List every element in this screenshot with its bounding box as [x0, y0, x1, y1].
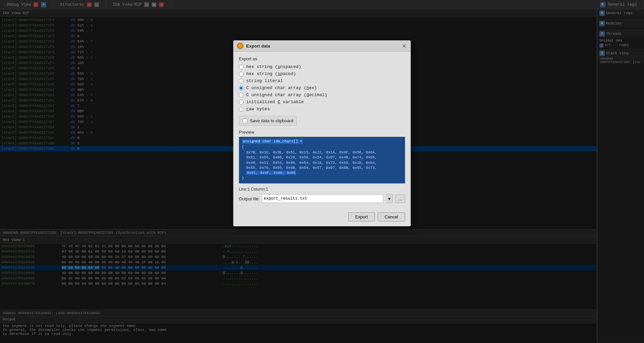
line-col-info: Line:1 Column:1 [239, 187, 405, 192]
radio-hex-unspaced[interactable] [239, 65, 244, 69]
radio-c-decimal[interactable] [239, 93, 244, 97]
radio-string-literal[interactable] [239, 79, 244, 83]
export-dialog: 🔶 Export data ✕ Export as hex string (un… [233, 40, 411, 226]
preview-first-line: unsigned char ida_chars[] = [242, 139, 303, 144]
radio-label-hex-spaced: hex string (spaced) [246, 71, 296, 76]
cancel-button[interactable]: Cancel [378, 212, 405, 221]
output-file-input[interactable] [261, 194, 383, 203]
radio-label-c-hex: C unsigned char array (hex) [246, 85, 317, 90]
radio-c-hex[interactable] [239, 86, 244, 90]
output-file-browse-button[interactable]: ... [395, 194, 405, 203]
save-clipboard-row[interactable]: Save data to clipboard [239, 116, 297, 126]
radio-item-string-literal[interactable]: string literal [239, 78, 405, 84]
radio-raw-bytes[interactable] [239, 107, 244, 112]
output-file-label: Output file [239, 196, 259, 201]
dialog-body: Export as hex string (unspaced) hex stri… [233, 52, 411, 212]
preview-content: { 0x7B, 0x1D, 0x3E, 0x51, 0x15, 0x22, 0x… [242, 145, 402, 181]
radio-item-hex-spaced[interactable]: hex string (spaced) [239, 71, 405, 77]
dialog-close-button[interactable]: ✕ [400, 43, 407, 49]
export-button[interactable]: Export [348, 212, 375, 221]
radio-item-raw-bytes[interactable]: raw bytes [239, 106, 405, 112]
preview-area: unsigned char ida_chars[] = { 0x7B, 0x1D… [239, 137, 405, 184]
dialog-footer: Export Cancel [233, 212, 411, 226]
preview-label: Preview [239, 130, 405, 135]
radio-item-hex-unspaced[interactable]: hex string (unspaced) [239, 64, 405, 70]
radio-label-initialized-c: initialized C variable [246, 99, 304, 105]
save-clipboard-checkbox[interactable] [243, 119, 247, 123]
radio-item-c-hex[interactable]: C unsigned char array (hex) [239, 85, 405, 91]
save-clipboard-label: Save data to clipboard [250, 118, 293, 123]
output-file-dropdown[interactable]: ▼ [386, 194, 393, 203]
export-as-label: Export as [239, 56, 405, 61]
radio-label-raw-bytes: raw bytes [246, 107, 270, 112]
radio-label-c-decimal: C unsigned char array (decimal) [246, 92, 327, 97]
dialog-titlebar: 🔶 Export data ✕ [233, 41, 411, 52]
radio-initialized-c[interactable] [239, 100, 244, 105]
dialog-title-left: 🔶 Export data [237, 43, 270, 49]
radio-label-hex-unspaced: hex string (unspaced) [246, 64, 301, 69]
radio-item-c-decimal[interactable]: C unsigned char array (decimal) [239, 92, 405, 98]
dialog-title-icon: 🔶 [237, 43, 244, 49]
modal-backdrop: 🔶 Export data ✕ Export as hex string (un… [0, 0, 644, 343]
export-options: hex string (unspaced) hex string (spaced… [239, 64, 405, 112]
radio-item-initialized-c[interactable]: initialized C variable [239, 99, 405, 105]
radio-label-string-literal: string literal [246, 78, 283, 83]
dialog-title-text: Export data [246, 44, 270, 49]
output-file-row: Output file ▼ ... [239, 194, 405, 203]
radio-hex-spaced[interactable] [239, 72, 244, 76]
